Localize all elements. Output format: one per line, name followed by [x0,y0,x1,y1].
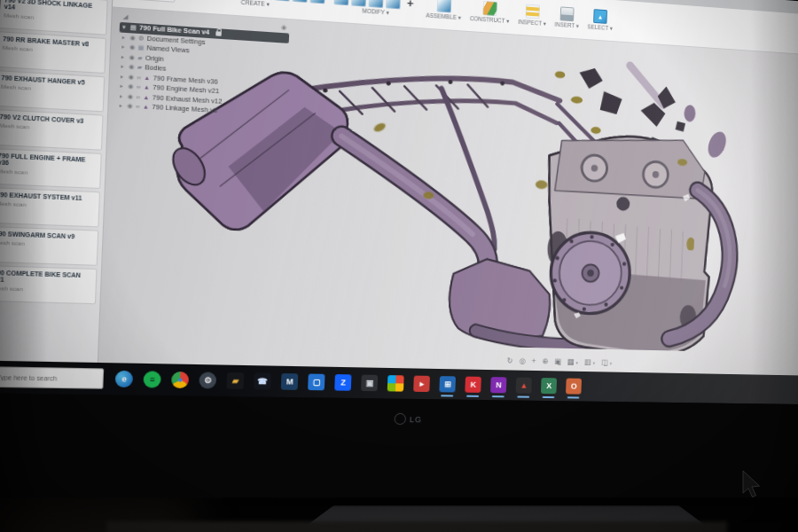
list-item[interactable]: 790 COMPLETE BIKE SCAN v21Mesh scan [0,264,98,304]
insert-image-icon[interactable] [560,6,575,21]
display-settings-icon[interactable]: ▦ ▾ [567,357,578,366]
combine-icon[interactable] [369,0,384,8]
list-item[interactable]: 790 RR BRAKE MASTER v8Mesh scan [0,29,106,74]
taskbar-onenote-icon[interactable]: N [490,377,506,393]
photo-of-monitor: { "window": { "doc_tab": "790 3D Scan v4… [0,0,798,532]
visibility-eye-icon[interactable]: ◉ [129,43,136,51]
taskbar-acrobat-icon[interactable]: ▲ [516,378,532,394]
taskbar-edge-icon[interactable]: e [115,371,134,387]
taskbar-ktm-app-icon[interactable]: K [466,377,482,393]
item-meta: Mesh scan [0,285,92,294]
viewports-icon[interactable]: ◫ ▾ [601,358,613,367]
expand-icon[interactable]: ▸ [120,82,125,90]
expand-icon[interactable]: ▾ [122,23,128,31]
monitor: ‹ T90 3D Scans ⟳ ▦ DataPeople Upload New… [0,0,798,498]
expand-icon[interactable]: ▸ [122,33,128,41]
move-icon[interactable]: + [403,0,418,11]
ribbon-group-assemble: ASSEMBLE ▾ [426,0,461,21]
taskbar-icons: e≡●⚙▰☎M▢Z▣▸⊞KN▲XO [115,371,582,395]
visibility-eye-icon[interactable]: ◉ [129,53,135,61]
gear-icon: ⚙ [138,34,145,42]
fit-icon[interactable]: ▣ [554,357,561,366]
ribbon-group-inspect: INSPECT ▾ [518,4,547,27]
grid-settings-icon[interactable]: ▥ ▾ [584,357,596,366]
visibility-eye-icon[interactable]: ◉ [128,92,134,100]
taskbar-search[interactable]: ⌕ [0,366,104,389]
remesh-icon[interactable] [333,0,348,5]
visibility-eye-icon[interactable]: ◉ [127,102,133,110]
collapse-icon[interactable]: ◢ [122,13,128,21]
taskbar-youtube-icon[interactable]: ▸ [413,376,430,392]
mesh-pipe-icon[interactable] [275,0,290,2]
file-list: 790 V2 3D SHOCK LINKAGE v14Mesh scan790 … [0,0,112,363]
zoom-tool-icon[interactable]: ⊕ [542,356,548,365]
filter-dot-icon[interactable]: ◉ [281,24,287,32]
ribbon-group-label[interactable]: INSPECT ▾ [518,19,546,27]
expand-icon[interactable]: ▸ [121,43,127,51]
visibility-eye-icon[interactable]: ◉ [128,82,134,90]
ribbon-group-label[interactable]: ASSEMBLE ▾ [426,12,461,21]
ribbon-group-label[interactable]: INSERT ▾ [554,21,579,30]
new-component-icon[interactable] [436,0,451,12]
taskbar-file-explorer-icon[interactable]: ▰ [227,372,245,389]
taskbar-excel-icon[interactable]: X [541,378,557,394]
search-input[interactable] [0,372,89,382]
pan-icon[interactable]: + [531,356,536,365]
mesh-icon: ▲ [143,103,149,111]
smooth-icon[interactable] [386,0,401,9]
monitor-brand: LG [394,413,422,426]
link-icon: ∞ [137,83,141,91]
taskbar-chrome-icon[interactable]: ● [171,372,189,388]
taskbar-steam-icon[interactable]: ⚙ [200,372,217,388]
ribbon-group-label[interactable]: SELECT ▾ [587,23,613,32]
expand-icon[interactable]: ▸ [121,72,126,80]
browser-rows: ▾▤790 Full Bike Scan v4▸◉⚙Document Setti… [116,22,289,120]
measure-icon[interactable] [525,4,539,20]
main-area: ▦▤⊡↶↷ 790 3D Scan v4 ✕ DESIGN ▾ MESHSURF… [98,0,798,378]
ribbon-group-label[interactable]: CREATE ▾ [241,0,270,8]
visibility-eye-icon[interactable]: ◉ [129,34,136,42]
lock-icon [216,31,223,36]
3d-viewport[interactable]: ◢ ◉ ▾▤790 Full Bike Scan v4▸◉⚙Document S… [98,8,798,379]
list-item[interactable]: 790 V2 CLUTCH COVER v3Mesh scan [0,108,104,151]
taskbar-mail-icon[interactable]: M [281,373,299,390]
workspace-selector[interactable]: DESIGN ▾ [122,0,176,3]
document-icon: ▤ [130,24,137,32]
list-item[interactable]: 790 EXHAUST HANGER v5Mesh scan [0,69,105,113]
mesh-icon: ▲ [144,83,150,91]
ribbon-group-label[interactable]: MODIFY ▾ [362,7,389,16]
construct-plane-icon[interactable] [482,1,497,16]
list-item[interactable]: 790 V2 3D SHOCK LINKAGE v14Mesh scan [0,0,108,35]
taskbar-zoom-icon[interactable]: Z [334,374,351,391]
taskbar-fusion-team-icon[interactable]: ⊞ [440,376,457,392]
mesh-form-icon[interactable] [293,0,308,3]
visibility-eye-icon[interactable]: ◉ [129,73,135,81]
orbit-icon[interactable]: ↻ [507,356,513,364]
list-item[interactable]: 790 SWINGARM SCAN v9Mesh scan [0,225,98,266]
desk-edge [106,521,727,532]
look-at-icon[interactable]: ◎ [519,356,526,365]
expand-icon[interactable]: ▸ [119,102,124,110]
list-item[interactable]: 790 FULL ENGINE + FRAME v36Mesh scan [0,147,102,189]
taskbar-spotify-icon[interactable]: ≡ [144,371,161,387]
item-thumbnail [0,0,1,20]
visibility-eye-icon[interactable]: ◉ [129,63,135,71]
expand-icon[interactable]: ▸ [121,62,126,70]
select-icon[interactable]: ▴ [593,9,607,24]
browser-tree: ◢ ◉ ▾▤790 Full Bike Scan v4▸◉⚙Document S… [116,12,289,119]
ribbon-group-label[interactable]: CONSTRUCT ▾ [470,15,510,25]
taskbar-store-icon[interactable]: ▢ [308,374,325,391]
expand-icon[interactable]: ▸ [121,52,127,60]
mesh-insert-icon[interactable] [310,0,325,4]
expand-icon[interactable]: ▸ [120,92,125,100]
taskbar-your-phone-icon[interactable]: ☎ [254,372,271,389]
link-icon: ∞ [136,93,140,101]
taskbar-outlook-icon[interactable]: O [566,379,582,395]
reduce-icon[interactable] [351,0,366,7]
viewport-navigation-bar: ↻◎+⊕▣▦ ▾▥ ▾◫ ▾ [507,356,613,366]
taskbar-photos-tile-icon[interactable] [387,375,404,392]
browser-item-label: Origin [145,54,164,63]
taskbar-photos-icon[interactable]: ▣ [361,375,378,392]
item-meta: Mesh scan [0,239,74,248]
list-item[interactable]: 790 EXHAUST SYSTEM v11Mesh scan [0,186,100,227]
